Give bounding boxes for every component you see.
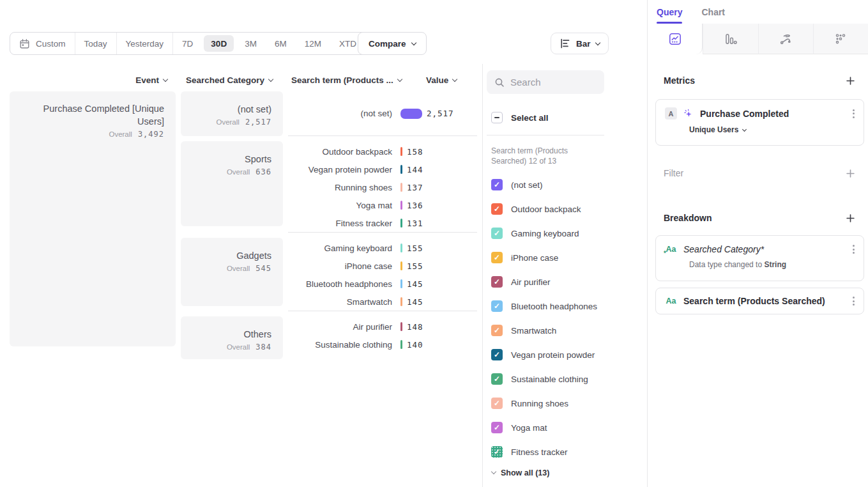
series-checkbox[interactable]: ✓ <box>491 325 503 336</box>
tab-insights[interactable] <box>648 24 703 54</box>
legend-item[interactable]: ✓Outdoor backpack <box>491 197 597 221</box>
series-checkbox[interactable]: ✓ <box>491 276 503 288</box>
value-bar <box>400 201 402 210</box>
column-header-event[interactable]: Event <box>10 75 167 85</box>
table-row[interactable]: (not set)2,517 <box>288 105 477 123</box>
column-header-searched-category[interactable]: Searched Category <box>186 75 273 85</box>
overall-label: Overall <box>109 130 132 138</box>
legend-item-label: Gaming keyboard <box>511 229 579 238</box>
metric-event-name: Purchase Completed <box>700 109 845 119</box>
value-bar <box>400 322 402 331</box>
breakdown-card-search-term[interactable]: Aa Search term (Products Searched) <box>655 288 864 314</box>
column-header-search-term[interactable]: Search term (Products ... <box>291 75 402 85</box>
series-checkbox[interactable]: ✓ <box>491 349 503 360</box>
series-checkbox[interactable]: ✓ <box>491 398 503 409</box>
legend-item[interactable]: ✓Fitness tracker <box>491 440 597 464</box>
table-row[interactable]: Fitness tracker131 <box>288 214 477 232</box>
tab-flows[interactable] <box>758 24 813 54</box>
tab-funnels[interactable] <box>703 24 758 54</box>
series-checkbox[interactable]: ✓ <box>491 373 503 385</box>
kebab-menu-icon[interactable] <box>851 244 856 255</box>
select-all-checkbox[interactable] <box>491 112 503 123</box>
date-preset-custom[interactable]: Custom <box>10 33 75 54</box>
metric-card[interactable]: A Purchase Completed Unique Users <box>655 99 864 146</box>
filter-heading: Filter <box>664 168 683 178</box>
column-header-label: Event <box>135 75 159 85</box>
term-label: Air purifier <box>288 322 400 332</box>
table-row[interactable]: Running shoes137 <box>288 178 477 196</box>
table-row[interactable]: Air purifier148 <box>288 318 477 336</box>
category-groups: (not set)Overall2,517(not set)2,517Sport… <box>181 91 477 359</box>
value-bar <box>400 165 402 174</box>
legend-search-box[interactable] <box>487 70 604 94</box>
date-preset-label: 6M <box>275 39 287 49</box>
category-cell[interactable]: SportsOverall636 <box>181 141 283 226</box>
category-overall-value: 545 <box>255 264 271 273</box>
series-checkbox[interactable]: ✓ <box>491 228 503 239</box>
term-value: 158 <box>407 147 423 157</box>
series-checkbox[interactable]: ✓ <box>491 203 503 215</box>
show-all-button[interactable]: Show all (13) <box>492 468 549 477</box>
table-row[interactable]: Gaming keyboard155 <box>288 239 477 257</box>
series-checkbox[interactable]: ✓ <box>491 446 503 458</box>
select-all-row[interactable]: Select all <box>491 112 549 123</box>
table-row[interactable]: Sustainable clothing140 <box>288 336 477 353</box>
date-preset-3m[interactable]: 3M <box>236 33 266 54</box>
legend-item[interactable]: ✓Smartwatch <box>491 318 597 343</box>
legend-item[interactable]: ✓(not set) <box>491 173 597 197</box>
breakdown-table: Purchase Completed [Unique Users] Overal… <box>10 91 477 359</box>
date-preset-today[interactable]: Today <box>75 33 117 54</box>
table-row[interactable]: Vegan protein powder144 <box>288 160 477 178</box>
date-range-group[interactable]: CustomTodayYesterday7D30D3M6M12MXTD <box>10 32 375 55</box>
legend-item[interactable]: ✓Sustainable clothing <box>491 367 597 391</box>
value-bar <box>400 297 402 306</box>
series-checkbox[interactable]: ✓ <box>491 300 503 312</box>
table-row[interactable]: Yoga mat136 <box>288 196 477 214</box>
table-row[interactable]: Bluetooth headphones145 <box>288 275 477 293</box>
aggregation-dropdown[interactable]: Unique Users <box>656 120 864 134</box>
category-name: (not set) <box>188 103 271 116</box>
tab-query[interactable]: Query <box>657 0 682 24</box>
tab-retention[interactable] <box>813 24 868 54</box>
term-label: iPhone case <box>288 261 400 271</box>
term-value: 2,517 <box>427 109 454 118</box>
category-group: (not set)Overall2,517(not set)2,517 <box>181 91 477 136</box>
legend-item[interactable]: ✓Running shoes <box>491 391 597 415</box>
table-row[interactable]: Outdoor backpack158 <box>288 143 477 160</box>
add-filter-button[interactable] <box>846 169 855 178</box>
legend-item[interactable]: ✓Vegan protein powder <box>491 343 597 367</box>
kebab-menu-icon[interactable] <box>851 108 856 120</box>
legend-item[interactable]: ✓Bluetooth headphones <box>491 294 597 318</box>
series-checkbox[interactable]: ✓ <box>491 422 503 433</box>
date-preset-7d[interactable]: 7D <box>173 33 202 54</box>
category-cell[interactable]: (not set)Overall2,517 <box>181 91 283 136</box>
category-cell[interactable]: GadgetsOverall545 <box>181 238 283 306</box>
chart-type-dropdown[interactable]: Bar <box>551 33 609 54</box>
legend-item[interactable]: ✓Yoga mat <box>491 415 597 440</box>
date-preset-12m[interactable]: 12M <box>296 33 330 54</box>
column-header-value[interactable]: Value <box>426 75 457 85</box>
legend-item[interactable]: ✓iPhone case <box>491 245 597 270</box>
table-row[interactable]: iPhone case155 <box>288 257 477 275</box>
date-preset-6m[interactable]: 6M <box>266 33 296 54</box>
series-checkbox[interactable]: ✓ <box>491 179 503 190</box>
event-overall-value: 3,492 <box>138 130 164 139</box>
legend-item[interactable]: ✓Air purifier <box>491 270 597 294</box>
search-input[interactable] <box>510 77 597 88</box>
legend-item[interactable]: ✓Gaming keyboard <box>491 221 597 245</box>
category-cell[interactable]: OthersOverall384 <box>181 316 283 359</box>
event-cell[interactable]: Purchase Completed [Unique Users] Overal… <box>10 91 176 346</box>
kebab-menu-icon[interactable] <box>851 295 856 307</box>
add-breakdown-button[interactable] <box>846 214 855 222</box>
table-row[interactable]: Smartwatch145 <box>288 293 477 311</box>
date-preset-yesterday[interactable]: Yesterday <box>117 33 174 54</box>
tab-chart[interactable]: Chart <box>701 0 725 24</box>
breakdown-card-searched-category[interactable]: Aa Searched Category* Data type changed … <box>655 235 864 281</box>
metrics-heading: Metrics <box>664 75 695 86</box>
add-metric-button[interactable] <box>846 77 855 85</box>
date-preset-30d[interactable]: 30D <box>204 35 234 52</box>
string-property-icon: Aa <box>665 297 677 305</box>
bar-chart-icon <box>560 38 571 49</box>
compare-button[interactable]: Compare <box>358 32 427 55</box>
series-checkbox[interactable]: ✓ <box>491 252 503 263</box>
